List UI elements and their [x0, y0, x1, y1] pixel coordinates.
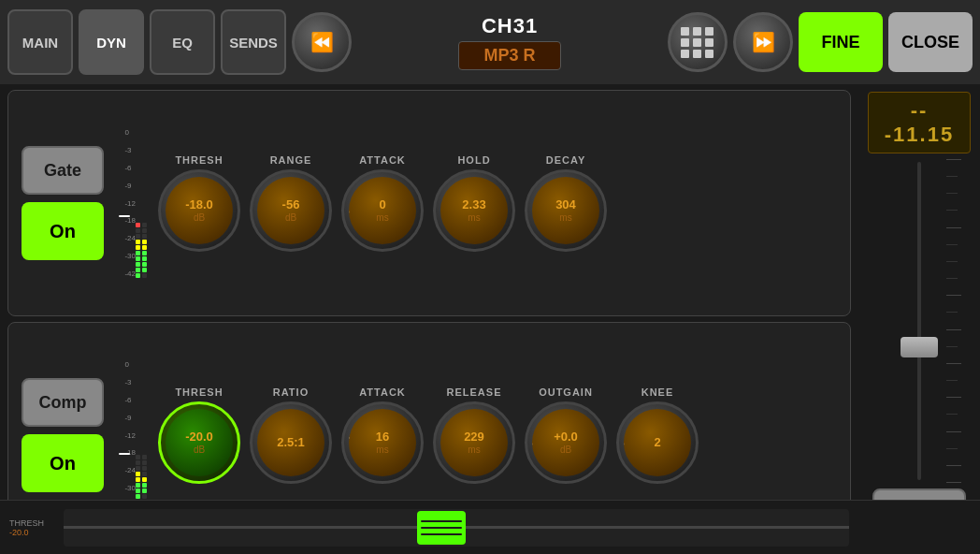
next-button[interactable]: ⏩ — [733, 12, 793, 72]
tab-dyn[interactable]: DYN — [79, 9, 144, 75]
bottom-fader-handle[interactable] — [417, 511, 466, 545]
comp-attack-group: ATTACK 16 ms — [341, 386, 424, 484]
gate-attack-label: ATTACK — [359, 154, 406, 166]
comp-knee-knob[interactable]: 2 — [616, 401, 699, 484]
gate-attack-knob[interactable]: 0 ms — [341, 169, 424, 252]
comp-thresh-knob[interactable]: -20.0 dB — [158, 401, 240, 484]
comp-knobs-row: THRESH -20.0 dB RATIO 2 — [158, 386, 843, 484]
thresh-value: -20.0 — [9, 528, 56, 537]
channel-label: MP3 R — [458, 41, 561, 70]
comp-outgain-group: OUTGAIN +0.0 dB — [525, 386, 607, 484]
gate-label-button[interactable]: Gate — [22, 146, 104, 195]
fastforward-icon: ⏩ — [752, 31, 775, 53]
gate-range-knob[interactable]: -56 dB — [250, 169, 332, 252]
gate-thresh-label: THRESH — [175, 154, 223, 166]
gate-range-label: RANGE — [270, 154, 312, 166]
comp-thresh-unit: dB — [194, 445, 205, 455]
comp-ratio-value: 2.5:1 — [277, 436, 305, 449]
rewind-icon: ⏪ — [310, 31, 334, 53]
channel-number: CH31 — [482, 14, 538, 38]
comp-attack-knob[interactable]: 16 ms — [341, 401, 424, 484]
thresh-label: THRESH — [9, 518, 56, 528]
gate-hold-group: HOLD 2.33 ms — [433, 154, 515, 252]
comp-ratio-label: RATIO — [273, 386, 309, 398]
comp-on-button[interactable]: On — [22, 434, 104, 492]
comp-controls: Comp On — [16, 378, 109, 492]
gate-range-group: RANGE -56 dB — [250, 154, 332, 252]
right-panel: ---11.15 — [858, 84, 980, 554]
comp-ratio-group: RATIO 2.5:1 — [250, 386, 332, 484]
comp-release-unit: ms — [468, 445, 480, 455]
comp-thresh-group: THRESH -20.0 dB — [158, 386, 240, 484]
tab-main[interactable]: MAIN — [7, 9, 73, 75]
gate-thresh-value: -18.0 — [185, 198, 213, 211]
comp-outgain-unit: dB — [560, 445, 571, 455]
fine-button[interactable]: FINE — [799, 12, 883, 72]
close-button[interactable]: CLOSE — [888, 12, 973, 72]
comp-outgain-label: OUTGAIN — [539, 386, 593, 398]
bottom-right-area — [849, 501, 971, 555]
gate-attack-value: 0 — [379, 198, 385, 211]
comp-release-knob[interactable]: 229 ms — [433, 401, 515, 484]
comp-attack-value: 16 — [376, 430, 389, 444]
gate-thresh-knob[interactable]: -18.0 dB — [158, 169, 240, 252]
top-bar: MAIN DYN EQ SENDS ⏪ CH31 MP3 R ⏩ FINE CL… — [0, 0, 980, 84]
level-display: ---11.15 — [868, 92, 971, 153]
gate-controls: Gate On — [16, 146, 109, 260]
channel-display: CH31 MP3 R — [357, 14, 662, 70]
comp-release-group: RELEASE 229 ms — [433, 386, 515, 484]
gate-range-unit: dB — [285, 212, 296, 223]
comp-thresh-label: THRESH — [175, 386, 223, 398]
gate-decay-value: 304 — [555, 198, 576, 211]
bottom-fader-area — [64, 509, 849, 547]
gate-attack-group: ATTACK 0 ms — [341, 154, 424, 252]
gate-hold-knob[interactable]: 2.33 ms — [433, 169, 515, 252]
gate-decay-knob[interactable]: 304 ms — [525, 169, 607, 252]
gate-hold-value: 2.33 — [462, 198, 485, 211]
comp-ratio-knob[interactable]: 2.5:1 — [250, 401, 332, 484]
comp-knee-group: KNEE 2 — [616, 386, 699, 484]
gate-thresh-unit: dB — [194, 212, 205, 223]
gate-hold-unit: ms — [468, 212, 480, 223]
comp-outgain-knob[interactable]: +0.0 dB — [525, 401, 607, 484]
grid-button[interactable] — [668, 12, 728, 72]
gate-decay-label: DECAY — [546, 154, 586, 166]
comp-vu-meter: 0-3-6-9-12-18-24-30-42 — [119, 360, 149, 510]
gate-range-value: -56 — [282, 198, 300, 211]
comp-outgain-value: +0.0 — [554, 430, 578, 444]
fader-notches-icon — [421, 520, 462, 535]
comp-label-button[interactable]: Comp — [22, 378, 104, 427]
comp-release-label: RELEASE — [447, 386, 502, 398]
fader-handle[interactable] — [901, 337, 938, 357]
comp-knee-label: KNEE — [641, 386, 674, 398]
left-panel: Gate On 0-3-6-9-12-18-24-30-42 — [0, 84, 858, 554]
prev-button[interactable]: ⏪ — [292, 12, 352, 72]
gate-attack-unit: ms — [376, 212, 388, 223]
grid-icon — [681, 27, 714, 58]
gate-vu-meter: 0-3-6-9-12-18-24-30-42 — [119, 128, 149, 278]
comp-attack-label: ATTACK — [359, 386, 406, 398]
gate-knobs-row: THRESH -18.0 dB RANGE - — [158, 154, 843, 252]
tab-sends[interactable]: SENDS — [221, 9, 286, 75]
gate-section: Gate On 0-3-6-9-12-18-24-30-42 — [7, 90, 851, 316]
gate-thresh-group: THRESH -18.0 dB — [158, 154, 240, 252]
main-content: Gate On 0-3-6-9-12-18-24-30-42 — [0, 84, 980, 554]
gate-decay-group: DECAY 304 ms — [525, 154, 607, 252]
comp-thresh-value: -20.0 — [185, 430, 213, 444]
comp-attack-unit: ms — [376, 445, 388, 455]
gate-on-button[interactable]: On — [22, 202, 104, 260]
fader-container — [868, 159, 971, 483]
tab-eq[interactable]: EQ — [150, 9, 215, 75]
gate-hold-label: HOLD — [457, 154, 490, 166]
comp-knee-value: 2 — [654, 436, 660, 449]
bottom-bar: THRESH -20.0 — [0, 500, 980, 554]
gate-decay-unit: ms — [559, 212, 571, 223]
comp-release-value: 229 — [464, 430, 484, 444]
fader-track — [917, 162, 921, 480]
